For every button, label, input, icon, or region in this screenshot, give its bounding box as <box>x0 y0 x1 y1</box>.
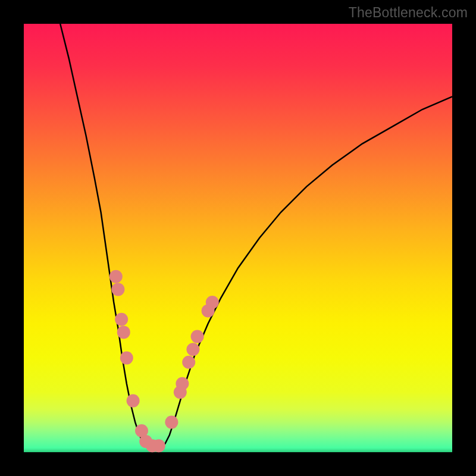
marker-point <box>186 343 199 356</box>
marker-point <box>109 270 123 283</box>
marker-point <box>176 377 189 390</box>
marker-point <box>111 283 124 296</box>
marker-point <box>165 416 178 429</box>
marker-point <box>127 394 140 408</box>
marker-point <box>191 330 204 343</box>
plot-area <box>24 24 452 452</box>
marker-point <box>120 352 133 365</box>
watermark-text: TheBottleneck.com <box>349 5 468 21</box>
marker-point <box>117 325 130 339</box>
chart-frame: TheBottleneck.com <box>0 0 476 476</box>
marker-point <box>152 439 165 452</box>
marker-point <box>182 356 195 369</box>
marker-point <box>115 313 128 326</box>
chart-svg <box>24 24 452 452</box>
gradient-background <box>24 24 452 452</box>
marker-point <box>206 296 219 309</box>
